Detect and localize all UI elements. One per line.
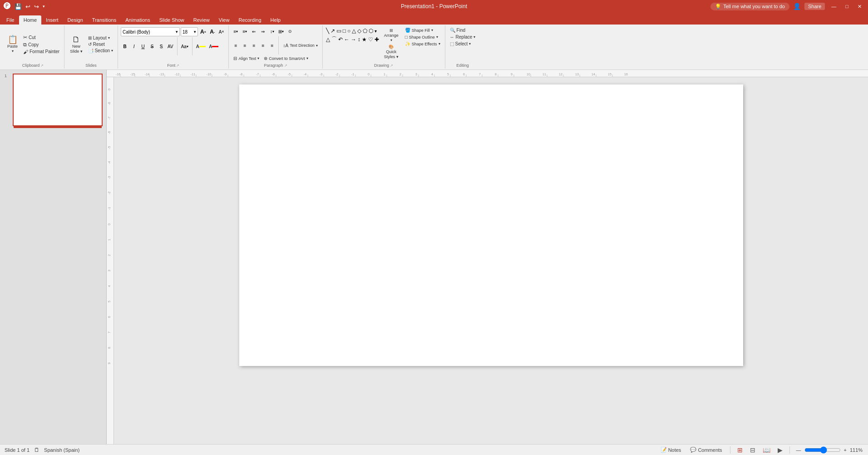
layout-dropdown[interactable]: ▾ — [108, 36, 110, 40]
zoom-out-button[interactable]: — — [795, 447, 803, 453]
shape-circle[interactable]: ○ — [347, 27, 351, 35]
shape-eq[interactable]: △ — [326, 36, 330, 43]
font-name-selector[interactable]: Calibri (Body) ▾ — [121, 27, 180, 36]
clipboard-expand[interactable]: ↗ — [40, 64, 44, 68]
search-box[interactable]: 💡 Tell me what you want to do — [710, 3, 789, 10]
select-dropdown[interactable]: ▾ — [469, 42, 471, 46]
bullets-button[interactable]: ≡▾ — [232, 27, 240, 35]
shape-diamond[interactable]: ◇ — [357, 27, 362, 35]
shape-effects-dropdown[interactable]: ▾ — [439, 42, 440, 46]
slide-canvas[interactable] — [239, 84, 743, 366]
drawing-expand[interactable]: ↗ — [390, 64, 393, 68]
arrange-button[interactable]: ⊞ Arrange ▾ — [382, 27, 400, 43]
tab-transitions[interactable]: Transitions — [88, 15, 121, 25]
shape-hex[interactable]: ⬡ — [368, 27, 374, 35]
zoom-level[interactable]: 111% — [850, 447, 863, 453]
shape-cross[interactable]: ✚ — [374, 36, 380, 43]
comments-button[interactable]: 💬 Comments — [687, 446, 725, 454]
shape-outline-button[interactable]: □ Shape Outline ▾ — [403, 34, 442, 40]
tab-insert[interactable]: Insert — [41, 15, 63, 25]
increase-indent-button[interactable]: ⇒ — [259, 27, 267, 35]
tab-home[interactable]: Home — [19, 15, 41, 25]
replace-dropdown[interactable]: ▾ — [473, 35, 475, 39]
shape-rect2[interactable]: □ — [342, 27, 346, 35]
shape-fill-dropdown[interactable]: ▾ — [431, 28, 433, 32]
shape-tri[interactable]: △ — [351, 27, 356, 35]
shape-effects-button[interactable]: ✨ Shape Effects ▾ — [403, 41, 442, 47]
tab-help[interactable]: Help — [266, 15, 286, 25]
text-shadow-button[interactable]: S — [157, 42, 165, 50]
reading-view-button[interactable]: 📖 — [761, 445, 772, 455]
undo-button[interactable]: ↩ — [25, 2, 31, 11]
shape-fill-button[interactable]: 🪣 Shape Fill ▾ — [403, 27, 442, 33]
normal-view-button[interactable]: ⊞ — [735, 445, 745, 455]
shape-rect[interactable]: ▭ — [336, 27, 342, 35]
align-left-button[interactable]: ≡ — [232, 41, 240, 49]
text-direction-button[interactable]: ↕A Text Direction ▾ — [281, 43, 319, 49]
justify-button[interactable]: ≡ — [259, 41, 267, 49]
tab-view[interactable]: View — [214, 15, 234, 25]
zoom-in-button[interactable]: + — [843, 447, 848, 453]
bold-button[interactable]: B — [121, 42, 129, 50]
slideshow-button[interactable]: ▶ — [776, 445, 784, 455]
notes-button[interactable]: 📝 Notes — [658, 446, 684, 454]
font-color-button[interactable]: A — [208, 42, 220, 50]
highlight-color-button[interactable]: A — [195, 42, 207, 50]
smartart-dropdown[interactable]: ▾ — [306, 56, 308, 60]
paste-button[interactable]: 📋 Paste ▾ — [5, 33, 20, 56]
strikethrough-button[interactable]: S — [148, 42, 156, 50]
align-right-button[interactable]: ≡ — [250, 41, 258, 49]
line-spacing-button[interactable]: ↕▾ — [268, 27, 276, 35]
slide-canvas-area[interactable] — [114, 77, 868, 444]
align-text-button[interactable]: ⊟ Align Text ▾ — [232, 55, 261, 61]
change-case-button[interactable]: Aa▾ — [180, 42, 190, 50]
shape-rarrow[interactable]: → — [350, 36, 357, 43]
save-button[interactable]: 💾 — [14, 2, 23, 11]
maximize-button[interactable]: □ — [843, 4, 851, 9]
underline-button[interactable]: U — [139, 42, 147, 50]
increase-font-size-button[interactable]: A+ — [199, 28, 207, 36]
paste-dropdown[interactable]: ▾ — [12, 49, 14, 53]
quick-styles-button[interactable]: 🎨 Quick Styles ▾ — [382, 44, 400, 60]
shape-larrow[interactable]: ← — [344, 36, 350, 43]
font-size-selector[interactable]: 18 ▾ — [181, 27, 198, 36]
copy-button[interactable]: ⧉ Copy — [21, 41, 61, 48]
shape-outline-dropdown[interactable]: ▾ — [436, 35, 438, 39]
tab-review[interactable]: Review — [189, 15, 214, 25]
align-center-button[interactable]: ≡ — [241, 41, 249, 49]
slide-notes-icon[interactable]: 🗒 — [34, 447, 39, 453]
numbering-button[interactable]: ≡▾ — [241, 27, 249, 35]
shape-arrow2[interactable]: ↶ — [338, 36, 343, 43]
cut-button[interactable]: ✂ Cut — [21, 34, 61, 41]
text-direction-dropdown[interactable]: ▾ — [316, 44, 318, 48]
shape-curved[interactable]: ⌒ — [331, 35, 337, 44]
select-button[interactable]: ⬚ Select ▾ — [448, 41, 473, 47]
italic-button[interactable]: I — [130, 42, 138, 50]
shape-pentagon[interactable]: ⬠ — [362, 27, 368, 35]
zoom-slider[interactable] — [804, 446, 841, 454]
format-painter-button[interactable]: 🖌 Format Painter — [21, 49, 61, 55]
columns-button[interactable]: ⊞▾ — [277, 27, 285, 35]
font-dropdown[interactable]: ▾ — [176, 30, 178, 34]
smartart-button[interactable]: ⊙ — [286, 27, 294, 35]
shape-star[interactable]: ★ — [361, 36, 367, 43]
section-dropdown[interactable]: ▾ — [111, 49, 113, 53]
shape-barrow[interactable]: ↕ — [357, 36, 361, 43]
dropdown-arrow[interactable]: ▾ — [42, 3, 46, 10]
font-expand[interactable]: ↗ — [176, 64, 179, 68]
section-button[interactable]: 📑 Section ▾ — [86, 48, 115, 54]
convert-smartart-button[interactable]: ⊛ Convert to SmartArt ▾ — [262, 55, 310, 61]
replace-button[interactable]: ↔ Replace ▾ — [448, 34, 478, 40]
tab-file[interactable]: File — [2, 15, 19, 25]
user-icon[interactable]: 👤 — [793, 3, 801, 10]
tab-animations[interactable]: Animations — [121, 15, 154, 25]
find-button[interactable]: 🔍 Find — [448, 27, 467, 33]
slide-sorter-button[interactable]: ⊟ — [748, 445, 757, 455]
paragraph-expand[interactable]: ↗ — [284, 64, 287, 68]
slide-thumbnail[interactable] — [13, 74, 103, 126]
minimize-button[interactable]: — — [829, 4, 839, 9]
shape-arrow[interactable]: ↗ — [330, 27, 335, 35]
char-spacing-button[interactable]: AV — [166, 42, 175, 50]
powerpoint-icon[interactable]: 🅟 — [4, 2, 11, 10]
language-label[interactable]: Spanish (Spain) — [44, 447, 79, 453]
